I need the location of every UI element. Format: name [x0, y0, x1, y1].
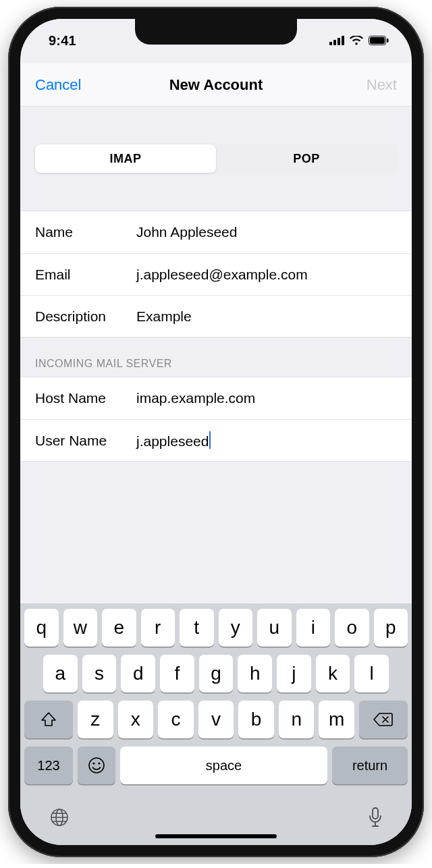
cancel-button[interactable]: Cancel — [35, 76, 96, 94]
numbers-key[interactable]: 123 — [24, 747, 73, 784]
user-name-label: User Name — [35, 433, 136, 449]
name-label: Name — [35, 224, 136, 240]
key-r[interactable]: r — [141, 609, 176, 647]
key-y[interactable]: y — [219, 609, 253, 647]
keyboard-row-1: qwertyuiop — [24, 609, 408, 647]
screen: 9:41 Cancel New Account Next — [20, 19, 412, 845]
segment-pop[interactable]: POP — [216, 144, 397, 173]
key-z[interactable]: z — [78, 701, 113, 738]
key-x[interactable]: x — [118, 701, 154, 738]
description-row: Description Example — [20, 295, 412, 337]
keyboard: qwertyuiop asdfghjkl zxcvbnm 123 space r… — [20, 603, 412, 845]
svg-point-9 — [98, 762, 100, 764]
key-h[interactable]: h — [238, 655, 272, 693]
key-j[interactable]: j — [277, 655, 311, 693]
svg-rect-12 — [373, 808, 378, 819]
battery-icon — [369, 36, 389, 45]
key-f[interactable]: f — [160, 655, 194, 693]
keyboard-row-2: asdfghjkl — [24, 655, 408, 693]
key-p[interactable]: p — [374, 609, 408, 647]
svg-rect-5 — [370, 37, 385, 44]
name-field[interactable]: John Appleseed — [136, 224, 397, 240]
email-label: Email — [35, 267, 136, 283]
host-name-row: Host Name imap.example.com — [20, 377, 412, 419]
key-m[interactable]: m — [319, 701, 354, 738]
description-label: Description — [35, 308, 136, 325]
key-c[interactable]: c — [158, 701, 194, 738]
svg-point-8 — [92, 762, 94, 764]
name-row: Name John Appleseed — [20, 211, 412, 253]
key-a[interactable]: a — [43, 655, 78, 693]
svg-rect-0 — [329, 42, 332, 45]
key-w[interactable]: w — [63, 609, 98, 647]
description-field[interactable]: Example — [136, 308, 397, 325]
incoming-server-group: Host Name imap.example.com User Name j.a… — [20, 377, 412, 462]
segment-imap[interactable]: IMAP — [35, 144, 216, 173]
key-e[interactable]: e — [102, 609, 136, 647]
notch — [135, 19, 297, 45]
key-n[interactable]: n — [279, 701, 315, 738]
svg-rect-1 — [333, 40, 336, 45]
globe-icon[interactable] — [49, 807, 70, 831]
key-s[interactable]: s — [82, 655, 117, 693]
key-o[interactable]: o — [335, 609, 369, 647]
email-field[interactable]: j.appleseed@example.com — [136, 267, 397, 283]
next-button[interactable]: Next — [336, 76, 397, 94]
space-key[interactable]: space — [120, 747, 327, 784]
svg-rect-6 — [387, 38, 389, 43]
key-q[interactable]: q — [24, 609, 59, 647]
page-title: New Account — [169, 76, 263, 94]
host-name-field[interactable]: imap.example.com — [136, 390, 397, 406]
iphone-frame: 9:41 Cancel New Account Next — [8, 7, 424, 857]
key-b[interactable]: b — [238, 701, 274, 738]
svg-rect-2 — [338, 38, 340, 45]
return-key[interactable]: return — [332, 747, 408, 784]
host-name-label: Host Name — [35, 390, 136, 406]
key-g[interactable]: g — [199, 655, 234, 693]
keyboard-row-4: 123 space return — [24, 747, 408, 784]
protocol-segmented-control[interactable]: IMAP POP — [34, 143, 398, 174]
email-row: Email j.appleseed@example.com — [20, 253, 412, 295]
user-name-row: User Name j.appleseed — [20, 419, 412, 461]
key-t[interactable]: t — [180, 609, 214, 647]
emoji-key[interactable] — [78, 747, 115, 784]
backspace-key[interactable] — [359, 701, 408, 738]
key-l[interactable]: l — [354, 655, 389, 693]
key-v[interactable]: v — [198, 701, 234, 738]
account-info-group: Name John Appleseed Email j.appleseed@ex… — [20, 211, 412, 337]
key-i[interactable]: i — [296, 609, 331, 647]
keyboard-row-3: zxcvbnm — [24, 701, 408, 738]
svg-rect-3 — [342, 36, 344, 45]
key-d[interactable]: d — [121, 655, 155, 693]
nav-bar: Cancel New Account Next — [20, 63, 412, 107]
key-k[interactable]: k — [316, 655, 350, 693]
cellular-icon — [329, 36, 344, 45]
status-time: 9:41 — [49, 33, 76, 49]
text-cursor — [209, 431, 211, 449]
incoming-server-header: INCOMING MAIL SERVER — [20, 337, 412, 377]
user-name-field[interactable]: j.appleseed — [136, 431, 397, 450]
wifi-icon — [350, 36, 363, 45]
svg-point-7 — [89, 758, 104, 773]
dictation-icon[interactable] — [367, 807, 383, 831]
shift-key[interactable] — [24, 701, 73, 738]
home-indicator[interactable] — [155, 834, 277, 838]
key-u[interactable]: u — [257, 609, 292, 647]
